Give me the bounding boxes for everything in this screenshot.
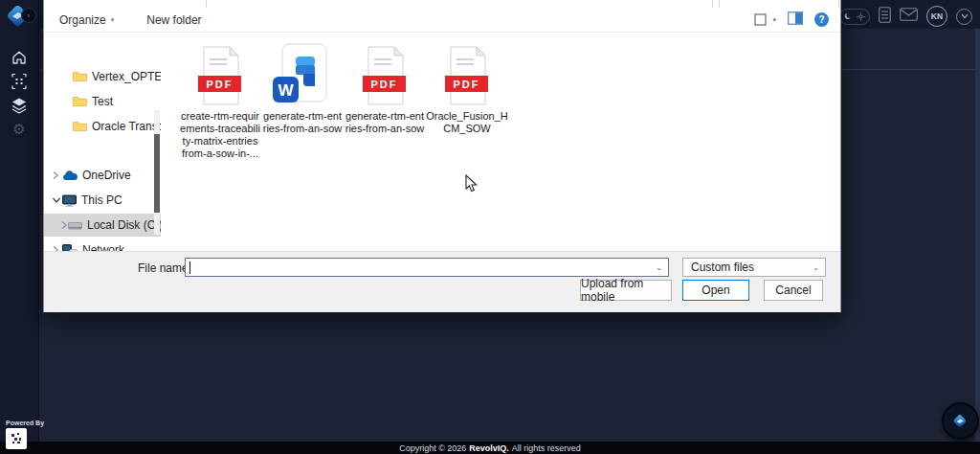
- tree-item-label: Oracle Transcript: [92, 120, 161, 133]
- brand-name: RevolvIQ.: [469, 443, 509, 453]
- svg-text:PDF: PDF: [454, 79, 480, 90]
- tree-item-label: Local Disk (C:): [87, 218, 161, 232]
- home-icon[interactable]: [0, 45, 38, 70]
- svg-text:PDF: PDF: [207, 79, 234, 90]
- pdf-file-icon: PDF: [426, 33, 508, 105]
- file-name-label: File name:: [138, 261, 191, 275]
- tree-item-vertex-opte-fla[interactable]: Vertex_OPTE_Fla:: [44, 65, 161, 88]
- chevron-down-icon: ▾: [111, 16, 115, 24]
- upload-from-mobile-button[interactable]: Upload from mobile: [580, 280, 672, 301]
- top-right-actions: KN: [839, 5, 972, 28]
- left-nav-rail: › ⚙: [0, 0, 39, 454]
- network-icon: [62, 244, 78, 251]
- tree-item-label: Vertex_OPTE_Fla:: [92, 70, 161, 83]
- word-file-icon: W: [261, 33, 344, 105]
- chevron-right-icon[interactable]: [60, 220, 68, 230]
- tree-item-onedrive[interactable]: OneDrive: [44, 164, 161, 187]
- svg-text:W: W: [278, 81, 294, 100]
- sun-icon: [857, 12, 865, 21]
- folder-icon: [73, 71, 87, 82]
- tree-item-label: This PC: [81, 193, 122, 207]
- tree-scrollbar-thumb[interactable]: [154, 134, 160, 213]
- folder-icon: [73, 96, 87, 107]
- user-avatar[interactable]: KN: [926, 6, 947, 27]
- powered-by-logo: [6, 428, 27, 449]
- logo-badge: ›: [21, 8, 36, 23]
- view-mode-button[interactable]: ▾: [754, 13, 776, 27]
- powered-by: Powered By: [6, 420, 44, 449]
- open-button[interactable]: Open: [682, 280, 749, 301]
- file-item-label: Oracle_Fusion_H CM_SOW: [426, 110, 508, 135]
- tree-item-local-disk-c[interactable]: Local Disk (C:): [44, 214, 161, 237]
- text-caret: [189, 261, 190, 274]
- preview-pane-button[interactable]: [788, 11, 803, 28]
- organize-menu[interactable]: Organize ▾: [59, 13, 114, 27]
- notes-icon[interactable]: [879, 7, 891, 27]
- file-type-select[interactable]: Custom files ⌄: [682, 258, 826, 277]
- file-list: PDFcreate-rtm-requir ements-traceabili t…: [168, 32, 838, 251]
- tree-item-label: Network: [82, 243, 124, 251]
- file-open-dialog: Organize ▾ New folder ▾ ? Vertex_OPTE_Fl…: [43, 0, 841, 312]
- settings-gear-icon[interactable]: ⚙: [0, 117, 38, 142]
- tree-item-test[interactable]: Test: [44, 90, 161, 113]
- tree-item-this-pc[interactable]: This PC: [44, 189, 161, 212]
- pdf-file-icon: PDF: [179, 33, 261, 105]
- file-name-input[interactable]: [189, 260, 656, 275]
- tree-item-label: Test: [92, 95, 113, 108]
- assistant-fab-button[interactable]: [942, 402, 979, 440]
- pc-icon: [62, 194, 77, 207]
- account-menu-chevron-icon[interactable]: [956, 9, 972, 25]
- file-name-combo[interactable]: ⌄: [185, 258, 669, 277]
- moon-icon: [844, 12, 852, 20]
- tree-item-network[interactable]: Network: [44, 238, 161, 251]
- file-item-label: generate-rtm-ent ries-from-an-sow: [344, 110, 426, 135]
- scan-icon[interactable]: [0, 69, 38, 94]
- cancel-button[interactable]: Cancel: [764, 280, 823, 301]
- file-item-word[interactable]: Wgenerate-rtm-ent ries-from-an-sow: [261, 33, 344, 135]
- chevron-down-icon[interactable]: [52, 196, 62, 204]
- chevron-down-icon: ▾: [772, 16, 776, 24]
- tree-item-label: OneDrive: [82, 169, 131, 182]
- file-item-label: create-rtm-requir ements-traceabili ty-m…: [179, 110, 261, 160]
- file-item-pdf[interactable]: PDFcreate-rtm-requir ements-traceabili t…: [179, 33, 261, 160]
- new-folder-button[interactable]: New folder: [146, 13, 201, 27]
- chevron-down-icon[interactable]: ⌄: [656, 263, 662, 272]
- disk-icon: [68, 220, 82, 231]
- file-item-label: generate-rtm-ent ries-from-an-sow: [261, 110, 344, 135]
- onedrive-icon: [62, 170, 78, 181]
- folder-icon: [73, 121, 87, 132]
- help-button[interactable]: ?: [814, 12, 829, 27]
- pdf-file-icon: PDF: [344, 33, 426, 105]
- svg-text:PDF: PDF: [371, 79, 398, 90]
- tree-item-oracle-transcript[interactable]: Oracle Transcript: [44, 115, 161, 138]
- file-item-pdf[interactable]: PDFOracle_Fusion_H CM_SOW: [426, 33, 508, 135]
- layers-icon[interactable]: [0, 93, 38, 118]
- tree-scrollbar[interactable]: [154, 110, 160, 235]
- chevron-down-icon: ⌄: [813, 263, 819, 272]
- dialog-footer: File name: ⌄ Custom files ⌄ Upload from …: [44, 251, 840, 312]
- page-scrollbar[interactable]: [975, 29, 980, 442]
- chevron-right-icon[interactable]: [52, 170, 62, 180]
- copyright-footer: Copyright © 2026 RevolvIQ. All rights re…: [0, 442, 980, 454]
- file-item-pdf[interactable]: PDFgenerate-rtm-ent ries-from-an-sow: [344, 33, 426, 135]
- folder-tree: Vertex_OPTE_Fla:TestOracle TranscriptOne…: [44, 32, 161, 251]
- mail-icon[interactable]: [900, 8, 918, 25]
- view-mode-icon: [754, 13, 768, 27]
- app-root: › ⚙: [0, 0, 980, 454]
- theme-toggle[interactable]: [839, 9, 870, 25]
- dialog-toolbar: Organize ▾ New folder ▾ ?: [44, 8, 840, 33]
